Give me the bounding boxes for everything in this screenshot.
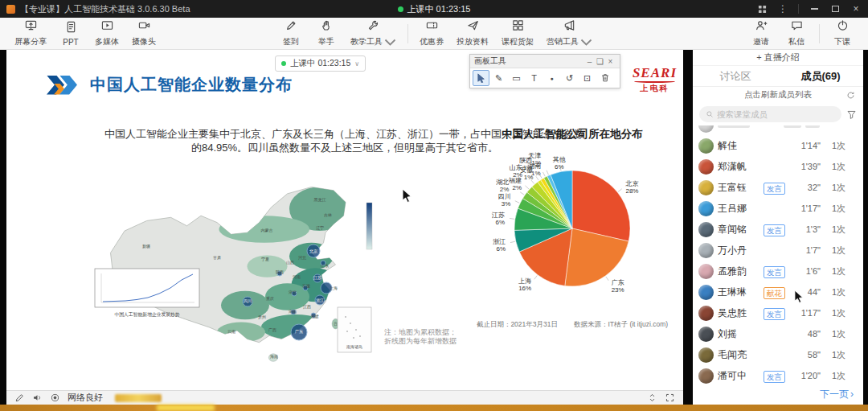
avatar — [698, 327, 714, 342]
close-button[interactable]: × — [850, 3, 862, 14]
toolbar-camera[interactable]: 摄像头 — [125, 19, 162, 47]
member-row-partial — [698, 125, 858, 135]
tab-discussion[interactable]: 讨论区 — [693, 66, 778, 86]
text-tool-icon[interactable]: T — [526, 70, 542, 86]
member-count: 1次 — [825, 140, 845, 152]
toolbar-label: 投放资料 — [457, 36, 489, 47]
statusbar: 网络良好 — [6, 390, 683, 405]
network-status: 网络良好 — [68, 392, 103, 404]
member-row[interactable]: 刘摇48"1次 — [698, 323, 858, 344]
minimize-button[interactable] — [809, 3, 820, 14]
member-count: 1次 — [825, 370, 845, 382]
member-badge[interactable]: 发言 — [764, 224, 785, 236]
record-icon[interactable] — [50, 393, 60, 403]
toolbar-private-message[interactable]: 私信 — [779, 19, 814, 47]
toolbar-coupon[interactable]: 优惠券 — [413, 19, 450, 47]
ppt-icon — [65, 21, 77, 36]
panel-minimize-icon[interactable]: – — [584, 57, 595, 66]
toolbar-label: 私信 — [788, 36, 805, 47]
refresh-members-button[interactable]: 点击刷新成员列表 — [693, 87, 863, 103]
province-label-重庆: 重庆 — [266, 296, 274, 301]
rectangle-tool-icon[interactable]: ▭ — [508, 70, 525, 86]
toolbar-multimedia[interactable]: 多媒体 — [88, 19, 125, 47]
toolbar-raise-hand[interactable]: 举手 — [309, 19, 344, 47]
undo-tool-icon[interactable]: ↺ — [561, 70, 578, 86]
toolbar-teaching-tools[interactable]: 教学工具 — [344, 19, 403, 48]
class-status-dot — [398, 6, 403, 12]
province-label-江苏: 江苏 — [313, 275, 321, 281]
member-search-box[interactable] — [699, 106, 841, 122]
member-badge[interactable]: 发言 — [764, 183, 785, 195]
pie-label-上海: 上海16% — [518, 277, 531, 292]
timer-text: 上课中 01:23:15 — [290, 58, 350, 69]
expand-icon[interactable] — [665, 393, 675, 403]
trash-tool-icon[interactable] — [596, 70, 613, 86]
province-label-浙江: 浙江 — [316, 298, 324, 303]
member-row[interactable]: 王琳琳献花44"1次 — [698, 282, 858, 302]
next-page-button[interactable]: 下一页 › — [693, 384, 863, 405]
maximize-button[interactable] — [829, 3, 841, 14]
filter-icon[interactable] — [846, 109, 857, 120]
member-row[interactable]: 潘可中发言1'20"1次 — [698, 365, 858, 384]
pie-label-福建: 福建2% — [508, 177, 522, 191]
province-label-江西: 江西 — [303, 304, 311, 310]
member-badge[interactable]: 发言 — [764, 266, 785, 278]
province-label-辽宁: 辽宁 — [316, 225, 324, 230]
member-row[interactable]: 万小丹1'7"1次 — [698, 240, 858, 261]
pie-label-江苏: 江苏6% — [491, 212, 505, 226]
member-row[interactable]: 郑潇帆1'39"1次 — [698, 156, 858, 177]
member-row[interactable]: 王富钰发言32"1次 — [698, 177, 858, 198]
member-row[interactable]: 章闻铭发言1'3"1次 — [698, 219, 858, 240]
toolbar-screen-share[interactable]: 屏幕分享 — [8, 19, 53, 47]
tab-members[interactable]: 成员(69) — [778, 66, 863, 86]
class-timer-dropdown[interactable]: 上课中 01:23:15 ∨ — [275, 55, 366, 72]
pen-tool-icon[interactable]: ✎ — [490, 70, 507, 86]
dot-tool-icon[interactable]: ● — [543, 70, 560, 86]
apps-grid-icon[interactable] — [756, 3, 768, 14]
islands-caption: 南海诸岛 — [346, 344, 362, 350]
logo-swoosh — [634, 80, 675, 83]
member-name: 万小丹 — [718, 244, 760, 257]
scroll-arrows-icon[interactable] — [647, 393, 657, 403]
whiteboard-panel-header[interactable]: 画板工具 – ❏ × — [470, 55, 620, 68]
province-label-海南: 海南 — [270, 354, 278, 360]
board-tool-icon[interactable]: ⊡ — [579, 70, 596, 86]
member-row[interactable]: 吴忠胜发言1'17"1次 — [698, 302, 858, 323]
speaker-icon[interactable] — [32, 393, 43, 403]
chevrons-decoration — [47, 76, 82, 95]
search-input[interactable] — [717, 109, 835, 119]
member-row[interactable]: 解佳1'14"1次 — [698, 135, 858, 156]
panel-popout-icon[interactable]: ❏ — [595, 57, 605, 66]
map-note: 注：地图为累积数据； 折线图为每年新增数据 — [384, 328, 457, 346]
member-row[interactable]: 毛闻亮58"1次 — [698, 344, 858, 365]
member-time: 44" — [793, 287, 821, 297]
pie-chart-block: 中国人工智能公司所在地分布 北京28%广东23%上海16%浙江6%江苏6%四川3… — [453, 127, 683, 330]
class-status-text: 上课中 01:23:15 — [407, 3, 471, 15]
toolbar-end-class[interactable]: 下课 — [825, 19, 860, 47]
toolbar-invite[interactable]: 邀请 — [743, 19, 779, 47]
more-menu-icon[interactable]: ⋮ — [777, 3, 788, 14]
panel-close-icon[interactable]: × — [605, 57, 616, 66]
cursor-tool-icon[interactable] — [473, 70, 489, 86]
member-row[interactable]: 孟雅韵发言1'6"1次 — [698, 261, 858, 282]
province-label-内蒙古: 内蒙古 — [261, 228, 273, 232]
member-badge[interactable]: 发言 — [764, 371, 785, 383]
annotate-pen-icon[interactable] — [14, 393, 25, 403]
toolbar-sign-in[interactable]: 签到 — [273, 19, 309, 47]
toolbar-marketing-tools[interactable]: 营销工具 — [540, 19, 599, 48]
toolbar-label: PPT — [63, 38, 78, 47]
avatar — [698, 264, 714, 279]
toolbar-course-shelf[interactable]: 课程货架 — [495, 19, 540, 47]
toolbar-ppt[interactable]: PPT — [53, 21, 88, 47]
member-count: 1次 — [825, 349, 845, 361]
province-label-陕西: 陕西 — [276, 269, 284, 275]
live-intro-button[interactable]: + 直播介绍 — [693, 50, 863, 66]
avatar — [698, 125, 714, 133]
member-badge[interactable]: 献花 — [764, 287, 785, 299]
toolbar-materials[interactable]: 投放资料 — [450, 19, 495, 47]
pie-label-四川: 四川3% — [497, 193, 510, 208]
toolbar-separator — [819, 24, 820, 43]
member-badge[interactable]: 发言 — [764, 308, 785, 320]
map-legend-gradient — [366, 203, 372, 249]
member-row[interactable]: 王吕娜1'17"1次 — [698, 198, 858, 219]
